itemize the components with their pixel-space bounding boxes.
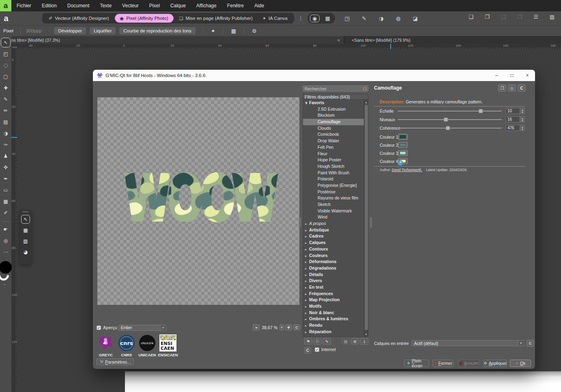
filter-item-hough-sketch[interactable]: Hough Sketch <box>303 163 368 170</box>
document-tab-1[interactable]: <Sans titre> [Modifié] (37.3%) × <box>0 36 344 44</box>
filter-item-paint-with-brush[interactable]: Paint With Brush <box>303 170 368 176</box>
slider-handle[interactable] <box>479 109 483 113</box>
filter-item-polaroid[interactable]: Polaroid <box>303 176 368 182</box>
curves-panel-icon[interactable]: ◪ <box>411 15 420 21</box>
filter-search-input[interactable]: Rechercher <box>303 86 368 92</box>
document-tab-2[interactable]: <Sans titre> [Modifié] (179.9%) <box>344 36 561 44</box>
filter-category-d-formations[interactable]: ▸Déformations <box>303 259 368 265</box>
remove-fave-icon[interactable]: ⚐ <box>314 338 322 345</box>
filter-category-r-paration[interactable]: ▸Réparation <box>303 329 368 335</box>
slider-handle[interactable] <box>446 126 450 130</box>
auto-enhance-icon[interactable]: ✦ <box>211 28 215 34</box>
foreground-colour-well[interactable] <box>0 261 12 274</box>
clone-stamp-tool[interactable]: ♟ <box>1 151 11 161</box>
more-tools[interactable]: ⋯ <box>1 247 11 257</box>
colour-picker-tool[interactable]: ✐ <box>1 208 11 218</box>
preview-canvas[interactable]: WOOW <box>97 97 299 305</box>
persona-canva[interactable]: ✦ IA Canva <box>258 13 292 24</box>
filter-item-clouds[interactable]: Clouds <box>303 125 368 132</box>
scroll-down-icon[interactable]: ▼ <box>364 332 368 336</box>
filter-category-favoris[interactable]: ▼Favoris <box>303 100 368 106</box>
text-brush-tool[interactable]: ✑ <box>1 140 11 150</box>
dodge-burn-tool[interactable]: ◑ <box>1 129 11 138</box>
shape-tool[interactable]: ▭ <box>1 185 11 195</box>
filter-category-calques[interactable]: ▸Calques <box>303 240 368 246</box>
filter-category-ombres-lumi-res[interactable]: ▸Ombres & lumières <box>303 316 368 322</box>
align-icon[interactable]: ☰ <box>531 14 541 20</box>
author-link[interactable]: David Tschumperlé, <box>392 168 422 172</box>
spinner-buttons[interactable]: ▲▼ <box>520 108 525 114</box>
app-logo[interactable]: a <box>0 0 11 11</box>
details-view-icon[interactable]: ≣ <box>351 338 359 345</box>
zoom-in-button[interactable]: ✚ <box>285 324 292 330</box>
mesh-warp-tool[interactable]: ▦ <box>1 197 11 206</box>
move-tool[interactable]: ↖ <box>1 38 11 47</box>
ctx-button-liquéfier[interactable]: Liquéfier <box>90 27 116 34</box>
filter-category-motifs[interactable]: ▸Motifs <box>303 303 368 310</box>
eraser-tool[interactable]: ✏ <box>1 106 11 116</box>
colour-wells[interactable]: ⌄ <box>0 261 11 284</box>
zoom-tool[interactable]: ◎ <box>1 236 11 246</box>
menu-aide[interactable]: Aide <box>249 0 269 11</box>
spinner-buttons[interactable]: ▲▼ <box>520 125 525 131</box>
add-fave-icon[interactable]: ⚑ <box>304 338 312 345</box>
filter-item-hope-poster[interactable]: Hope Poster <box>303 157 368 163</box>
filter-category-d-tails[interactable]: ▸Détails <box>303 272 368 278</box>
unicaen-logo[interactable]: UN(A)EN UNICAEN <box>138 334 157 357</box>
reset-filter-icon[interactable]: C <box>518 84 526 92</box>
pixel-grid-icon[interactable]: ▦ <box>231 28 236 34</box>
menu-fichier[interactable]: Fichier <box>11 0 37 11</box>
refresh-layers-button[interactable]: C <box>527 340 534 347</box>
filter-item-camouflage[interactable]: Camouflage <box>303 119 368 125</box>
duplicate-icon[interactable]: ❐ <box>482 14 492 20</box>
filter-item-blockism[interactable]: Blockism <box>303 112 368 119</box>
filter-item-rayures-de-vieux-film[interactable]: Rayures de vieux film <box>303 195 368 201</box>
colour-swatch-button[interactable] <box>398 150 408 156</box>
filter-item-2-5d-extrusion[interactable]: 2.5D Extrusion <box>303 106 368 113</box>
zoom-reset-button[interactable]: C <box>293 324 300 330</box>
refresh-filters-button[interactable]: C <box>304 347 311 353</box>
maximize-button[interactable]: □ <box>504 70 520 81</box>
ok-button[interactable]: ✓Ok <box>510 360 531 367</box>
param-value-input[interactable]: 476 <box>505 125 520 131</box>
menu-fenêtre[interactable]: Fenêtre <box>222 0 249 11</box>
menu-document[interactable]: Document <box>62 0 95 11</box>
web-page-icon[interactable]: ◍ <box>508 84 516 92</box>
filter-category-couleurs[interactable]: ▸Couleurs <box>303 253 368 259</box>
dialog-titlebar[interactable]: G'MIC-Qt for 8bf Hosts - Windows 64 bits… <box>93 70 535 81</box>
crop-tool[interactable]: ◰ <box>1 49 11 59</box>
splitter-handle-left[interactable] <box>299 217 301 228</box>
menu-affichage[interactable]: Affichage <box>191 0 222 11</box>
mini-liquify-tool[interactable]: ◕ <box>21 248 30 257</box>
filter-category-fr-quences[interactable]: ▸Fréquences <box>303 291 368 297</box>
filter-category-en-test[interactable]: ▸En test <box>303 284 368 291</box>
menu-vecteur[interactable]: Vecteur <box>117 0 144 11</box>
warp-tool[interactable]: ✜ <box>1 163 11 172</box>
greyc-logo[interactable]: GREYC <box>97 334 115 357</box>
param-slider[interactable] <box>398 111 502 111</box>
param-value-input[interactable]: 10 <box>505 108 520 114</box>
transparency-icon[interactable]: ▨ <box>547 14 557 20</box>
persona-vecteur[interactable]: ✐ Vecteur (Affinity Designer) <box>44 13 114 24</box>
paint-brush-tool[interactable]: ✎ <box>1 94 11 104</box>
assistant-icon[interactable]: ✎ <box>359 15 369 21</box>
param-slider[interactable] <box>398 128 502 129</box>
filter-category-cadres[interactable]: ▸Cadres <box>303 233 368 240</box>
marquee-tool[interactable]: ▢ <box>1 72 11 81</box>
filter-category-noir-blanc[interactable]: ▸Noir & blanc <box>303 310 368 316</box>
healing-brush-tool[interactable]: ✚ <box>1 83 11 93</box>
colour-swatch-button[interactable] <box>398 134 408 140</box>
ctx-button-développer[interactable]: Développer <box>54 27 86 34</box>
filter-category-map-projection[interactable]: ▸Map Projection <box>303 297 368 303</box>
color-wheel-icon[interactable]: ◍ <box>393 15 403 21</box>
mini-move-tool[interactable]: ↖ <box>21 215 30 224</box>
preview-checkbox[interactable]: ✓ <box>97 326 101 330</box>
copy-settings-icon[interactable]: ❐ <box>498 84 506 92</box>
param-slider[interactable] <box>398 119 502 120</box>
param-value-input[interactable]: 16 <box>505 116 520 122</box>
preview-mode-icon[interactable]: ◉ <box>310 15 320 22</box>
filter-category-a-propos[interactable]: ▸A propos <box>303 221 368 227</box>
appliquer-button[interactable]: ⚙Appliquer <box>484 360 507 367</box>
hand-tool[interactable]: ☛ <box>1 225 11 234</box>
filter-item-comicbook[interactable]: Comicbook <box>303 131 368 138</box>
